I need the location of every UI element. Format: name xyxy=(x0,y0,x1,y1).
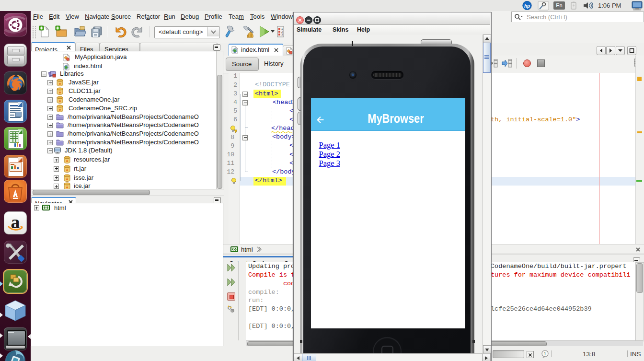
svg-text:1: 1 xyxy=(544,351,546,356)
svg-text:hp: hp xyxy=(524,3,530,9)
